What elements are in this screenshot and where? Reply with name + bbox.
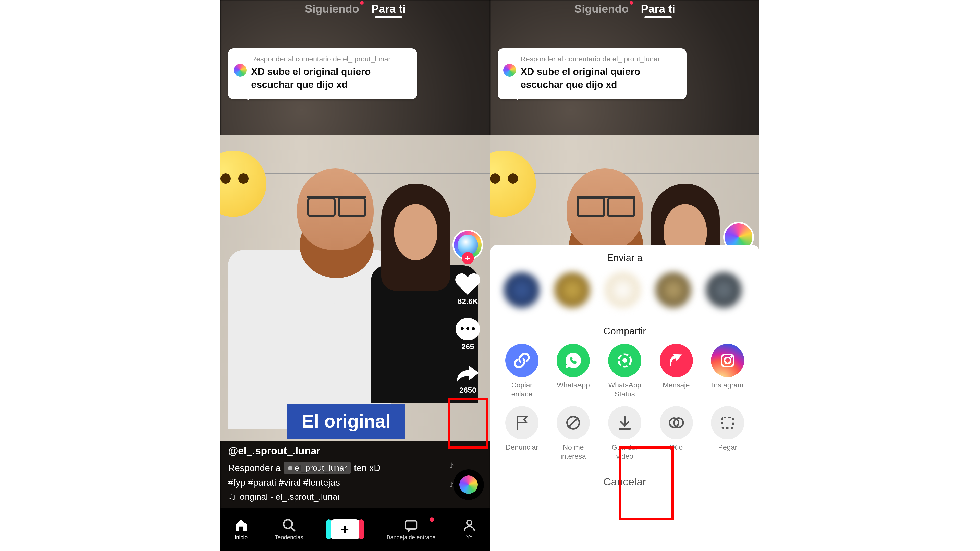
like-button[interactable]: 82.6K [455, 272, 480, 306]
share-count: 2650 [460, 386, 476, 394]
sound-title: original - el_.sprout_.lunai [240, 492, 339, 502]
reply-suffix: ten xD [354, 463, 380, 473]
bottom-nav: Inicio Tendencias + Bandeja de entrada Y… [221, 508, 490, 551]
person-man [228, 168, 387, 398]
link-icon [505, 344, 538, 377]
comment-icon [455, 318, 480, 340]
inbox-badge [430, 517, 434, 522]
reply-user-pill[interactable]: el_prout_lunar [284, 462, 351, 474]
duet-icon [660, 406, 693, 439]
tab-underline [644, 16, 672, 18]
whatsapp-status-icon [608, 344, 641, 377]
reply-line: Responder a el_prout_lunar ten xD [228, 462, 439, 474]
send-to-heading: Enviar a [490, 245, 759, 268]
sound-row[interactable]: ♫ original - el_.sprout_.lunai [228, 491, 439, 503]
reply-prefix: Responder a [228, 463, 281, 473]
bubble-tail [513, 96, 522, 105]
tab-following[interactable]: Siguiendo [305, 3, 359, 15]
share-whatsapp-status[interactable]: WhatsApp Status [604, 344, 646, 399]
share-instagram-label: Instagram [712, 381, 744, 399]
tab-for-you[interactable]: Para ti [371, 3, 406, 15]
commenter-avatar [503, 64, 516, 76]
action-report[interactable]: Denunciar [501, 406, 542, 461]
share-button[interactable]: 2650 [455, 363, 480, 394]
share-whatsapp-label: WhatsApp [557, 381, 590, 399]
feed-tabs: Siguiendo Para ti [490, 3, 759, 15]
commenter-avatar [234, 64, 247, 76]
message-icon [660, 344, 693, 377]
share-whatsapp[interactable]: WhatsApp [553, 344, 594, 399]
flag-icon [505, 406, 538, 439]
share-heading: Compartir [490, 318, 759, 341]
nav-me-label: Yo [466, 534, 473, 541]
video-info: @el_.sprout_.lunar Responder a el_prout_… [228, 445, 439, 503]
share-whatsapp-status-label: WhatsApp Status [604, 381, 646, 399]
action-stitch-label: Pegar [718, 443, 737, 461]
home-icon [234, 518, 248, 533]
tab-following[interactable]: Siguiendo [574, 3, 628, 15]
action-stitch[interactable]: Pegar [707, 406, 748, 461]
share-copy-link-label: Copiar enlace [501, 381, 542, 399]
share-icon [455, 363, 480, 384]
search-icon [282, 518, 297, 533]
contact-avatar[interactable] [504, 272, 539, 308]
tab-for-you-label: Para ti [641, 3, 675, 15]
contact-avatar[interactable] [655, 272, 691, 308]
send-to-contacts [490, 268, 759, 318]
create-button: + [330, 519, 360, 539]
notification-dot [360, 1, 364, 5]
nav-me[interactable]: Yo [462, 518, 477, 541]
share-copy-link[interactable]: Copiar enlace [501, 344, 542, 399]
inbox-icon [404, 518, 418, 533]
svg-point-3 [467, 520, 472, 525]
instagram-icon [711, 344, 744, 377]
tab-underline [375, 16, 402, 18]
video-frame[interactable] [221, 135, 490, 441]
like-count: 82.6K [458, 297, 478, 306]
annotation-highlight-save [619, 446, 674, 520]
svg-point-8 [730, 356, 732, 358]
nav-trends[interactable]: Tendencias [275, 518, 303, 541]
profile-icon [462, 518, 477, 533]
follow-plus-icon[interactable]: + [462, 252, 474, 264]
svg-point-7 [724, 357, 731, 364]
reply-user: el_prout_lunar [294, 463, 347, 473]
plus-icon: + [341, 521, 349, 537]
reply-comment-bubble[interactable]: Responder al comentario de el_.prout_lun… [228, 48, 417, 99]
author-avatar[interactable]: + [452, 230, 483, 260]
svg-point-5 [622, 358, 627, 363]
tab-following-label: Siguiendo [574, 3, 628, 15]
comment-text: XD sube el original quiero escuchar que … [520, 65, 679, 92]
action-report-label: Denunciar [506, 443, 538, 461]
heart-icon [455, 272, 480, 295]
contact-avatar[interactable] [706, 272, 741, 308]
share-message[interactable]: Mensaje [655, 344, 697, 399]
tab-for-you-label: Para ti [371, 3, 406, 15]
bubble-tail [243, 96, 253, 105]
reply-to-label: Responder al comentario de el_.prout_lun… [520, 55, 679, 63]
share-instagram[interactable]: Instagram [707, 344, 748, 399]
author-username[interactable]: @el_.sprout_.lunar [228, 445, 439, 457]
tab-following-label: Siguiendo [305, 3, 359, 15]
contact-avatar[interactable] [605, 272, 641, 308]
reply-comment-bubble[interactable]: Responder al comentario de el_.prout_lun… [498, 48, 687, 99]
svg-line-1 [291, 527, 295, 531]
hashtags[interactable]: #fyp #parati #viral #lentejas [228, 477, 439, 488]
share-sheet: Enviar a Compartir Copiar enlace WhatsAp… [490, 245, 759, 551]
contact-avatar[interactable] [554, 272, 590, 308]
nav-home[interactable]: Inicio [234, 518, 248, 541]
video-caption: El original [287, 403, 405, 439]
comment-button[interactable]: 265 [455, 318, 480, 351]
tab-for-you[interactable]: Para ti [641, 3, 675, 15]
feed-tabs: Siguiendo Para ti [221, 3, 490, 15]
nav-create[interactable]: + [330, 519, 360, 539]
whatsapp-icon [557, 344, 590, 377]
svg-rect-2 [406, 521, 417, 529]
share-message-label: Mensaje [663, 381, 690, 399]
nav-inbox[interactable]: Bandeja de entrada [387, 518, 436, 541]
nav-trends-label: Tendencias [275, 534, 303, 541]
sound-disc[interactable] [453, 469, 484, 500]
reply-to-label: Responder al comentario de el_.prout_lun… [251, 55, 409, 63]
annotation-highlight-share [448, 398, 488, 449]
action-not-interested[interactable]: No me interesa [553, 406, 594, 461]
